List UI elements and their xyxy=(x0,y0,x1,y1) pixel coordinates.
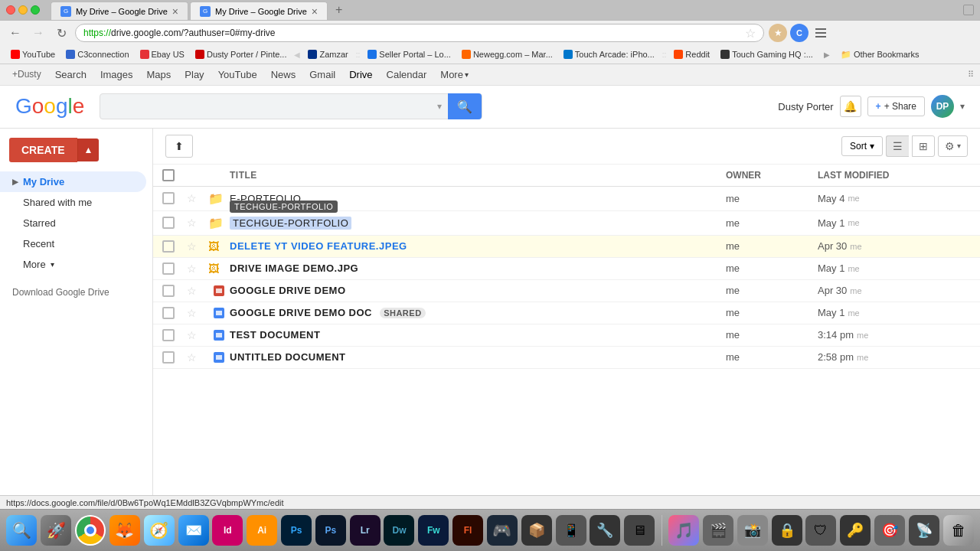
row-check-1[interactable] xyxy=(162,192,187,204)
gnav-calendar[interactable]: Calendar xyxy=(381,66,433,83)
dock-ps-legacy[interactable]: Ps xyxy=(315,514,346,547)
table-row[interactable]: ☆ Untitled document me 2:58 pm me xyxy=(153,347,980,369)
bookmark-dusty[interactable]: Dusty Porter / Pinte... xyxy=(191,48,292,60)
close-button[interactable] xyxy=(6,5,15,15)
avatar[interactable]: DP xyxy=(931,95,954,118)
table-row[interactable]: ☆ 🖼 Delete YT Video Feature.jpeg me Apr … xyxy=(153,236,980,258)
dock-app27[interactable]: 📡 xyxy=(908,514,939,547)
row-star-4[interactable]: ☆ xyxy=(187,262,208,275)
upload-toolbar-btn[interactable]: ⬆ xyxy=(165,135,193,158)
bookmark-other[interactable]: 📁 Other Bookmarks xyxy=(836,48,924,61)
gnav-plus[interactable]: +Dusty xyxy=(6,66,47,83)
dock-firefox[interactable]: 🦊 xyxy=(109,514,140,547)
reload-button[interactable]: ↻ xyxy=(52,24,70,42)
gnav-images[interactable]: Images xyxy=(94,66,139,83)
new-tab-button[interactable]: + xyxy=(329,0,348,20)
forward-button[interactable]: → xyxy=(29,24,47,42)
dock-dw[interactable]: Dw xyxy=(384,514,415,547)
dock-app18[interactable]: 🔧 xyxy=(590,514,621,547)
create-dropdown-button[interactable]: ▲ xyxy=(77,139,100,161)
sidebar-item-starred[interactable]: Starred xyxy=(0,213,146,233)
search-input[interactable] xyxy=(100,100,431,112)
bookmark-seller[interactable]: Seller Portal – Lo... xyxy=(363,48,456,60)
user-name[interactable]: Dusty Porter xyxy=(778,101,833,112)
row-star-2[interactable]: ☆ xyxy=(187,217,208,229)
gnav-youtube[interactable]: YouTube xyxy=(212,66,263,83)
gnav-play[interactable]: Play xyxy=(178,66,210,83)
sidebar-item-my-drive[interactable]: ▶ My Drive xyxy=(0,171,146,192)
bookmark-youtube[interactable]: YouTube xyxy=(6,48,60,60)
bookmark-star[interactable]: ☆ xyxy=(745,26,756,41)
row-star-1[interactable]: ☆ xyxy=(187,192,208,204)
bookmark-newegg[interactable]: Newegg.com – Mar... xyxy=(457,48,557,60)
tab-2[interactable]: G My Drive – Google Drive × xyxy=(190,2,328,20)
dock-ai[interactable]: Ai xyxy=(247,514,278,547)
tab-1[interactable]: G My Drive – Google Drive × xyxy=(51,2,188,20)
dock-app26[interactable]: 🎯 xyxy=(874,514,906,547)
back-button[interactable]: ← xyxy=(6,24,24,42)
dock-app25[interactable]: 🔑 xyxy=(840,514,871,547)
extension-btn[interactable]: C xyxy=(790,24,808,42)
dock-app17[interactable]: 📱 xyxy=(555,514,586,547)
dock-mail[interactable]: ✉️ xyxy=(178,514,209,547)
grid-view-button[interactable]: ⊞ xyxy=(912,135,935,157)
create-button[interactable]: CREATE xyxy=(9,138,77,162)
bookmark-touchgaming[interactable]: Touch Gaming HQ :... xyxy=(716,48,818,60)
row-check-6[interactable] xyxy=(162,307,187,319)
table-row[interactable]: ☆ Google Drive Demo me Apr 30 me xyxy=(153,280,980,302)
dock-safari[interactable]: 🧭 xyxy=(143,514,175,547)
row-check-5[interactable] xyxy=(162,285,187,297)
row-check-2[interactable] xyxy=(162,217,187,229)
sidebar-toggle[interactable] xyxy=(963,5,974,15)
row-star-3[interactable]: ☆ xyxy=(187,240,208,253)
row-star-6[interactable]: ☆ xyxy=(187,307,208,319)
bookmark-c3[interactable]: C3connection xyxy=(61,48,133,60)
search-button[interactable]: 🔍 xyxy=(448,93,482,119)
sidebar-item-shared[interactable]: Shared with me xyxy=(0,192,146,213)
sidebar-item-more[interactable]: More▾ xyxy=(0,254,146,275)
gnav-search[interactable]: Search xyxy=(49,66,93,83)
dock-app23[interactable]: 🔒 xyxy=(771,514,802,547)
gnav-news[interactable]: News xyxy=(265,66,302,83)
dock-finder[interactable]: 🔍 xyxy=(6,514,38,547)
share-button[interactable]: + + Share xyxy=(867,96,925,116)
list-view-button[interactable]: ☰ xyxy=(886,135,909,157)
dock-app24[interactable]: 🛡 xyxy=(805,514,837,547)
row-star-7[interactable]: ☆ xyxy=(187,329,208,341)
dock-app21[interactable]: 🎬 xyxy=(702,514,733,547)
header-check[interactable] xyxy=(162,169,187,181)
bookmark-toucharcade[interactable]: Touch Arcade: iPho... xyxy=(559,48,659,60)
table-row[interactable]: ☆ 📁 TechGue-Portfolio TechGue-Portfolio … xyxy=(153,211,980,236)
download-drive-link[interactable]: Download Google Drive xyxy=(0,281,152,304)
row-check-7[interactable] xyxy=(162,329,187,341)
dock-chrome[interactable] xyxy=(75,514,106,547)
dock-launchpad[interactable]: 🚀 xyxy=(41,514,72,547)
dock-ps-cc[interactable]: Ps xyxy=(281,514,312,547)
tab-close-1[interactable]: × xyxy=(172,5,178,18)
history-icon[interactable]: ★ xyxy=(769,24,787,42)
dock-app19[interactable]: 🖥 xyxy=(624,514,655,547)
sidebar-item-recent[interactable]: Recent xyxy=(0,233,146,254)
bookmark-ebay[interactable]: Ebay US xyxy=(136,48,189,60)
minimize-button[interactable] xyxy=(18,5,28,15)
dock-lr[interactable]: Lr xyxy=(349,514,381,547)
gnav-drive[interactable]: Drive xyxy=(343,66,378,83)
row-check-4[interactable] xyxy=(162,262,187,275)
dock-itunes[interactable]: 🎵 xyxy=(668,514,700,547)
row-check-3[interactable] xyxy=(162,240,187,253)
search-dropdown-icon[interactable]: ▾ xyxy=(431,101,448,112)
dock-app22[interactable]: 📸 xyxy=(737,514,768,547)
table-row[interactable]: ☆ Test Document me 3:14 pm me xyxy=(153,324,980,347)
dock-indesign[interactable]: Id xyxy=(212,514,243,547)
gnav-gmail[interactable]: Gmail xyxy=(303,66,341,83)
dock-app16[interactable]: 📦 xyxy=(521,514,552,547)
bookmark-zamzar[interactable]: Zamzar xyxy=(303,48,352,60)
dock-steam[interactable]: 🎮 xyxy=(487,514,518,547)
menu-button[interactable] xyxy=(812,24,830,42)
tab-close-2[interactable]: × xyxy=(312,5,318,18)
row-star-5[interactable]: ☆ xyxy=(187,285,208,297)
row-star-8[interactable]: ☆ xyxy=(187,351,208,364)
bookmark-reddit[interactable]: Reddit xyxy=(669,48,714,60)
gnav-maps[interactable]: Maps xyxy=(141,66,178,83)
notification-bell[interactable]: 🔔 xyxy=(840,96,861,117)
